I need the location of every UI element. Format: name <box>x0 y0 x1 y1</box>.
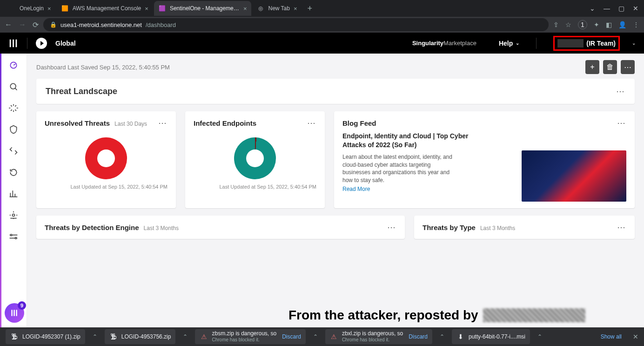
blog-thumbnail <box>522 150 626 202</box>
card-menu-icon[interactable]: ⋯ <box>307 118 316 128</box>
svg-rect-9 <box>13 310 15 316</box>
profile-icon[interactable]: 👤 <box>618 21 626 28</box>
sidebar-applications-icon[interactable] <box>8 146 19 156</box>
kebab-icon[interactable]: ⋮ <box>633 21 639 28</box>
assistant-fab[interactable]: 9 <box>5 303 24 323</box>
chevron-up-icon[interactable]: ⌃ <box>437 333 447 340</box>
close-icon[interactable]: × <box>243 5 247 12</box>
panel-menu-icon[interactable]: ⋯ <box>616 86 625 96</box>
threat-landscape-panel: Threat Landscape ⋯ <box>36 79 635 104</box>
scope-expand-button[interactable] <box>36 38 47 49</box>
extension-badge[interactable]: 1 <box>578 20 587 29</box>
sidebar-settings-icon[interactable] <box>8 231 19 242</box>
chevron-up-icon[interactable]: ⌃ <box>310 333 321 340</box>
svg-point-4 <box>10 83 16 89</box>
read-more-link[interactable]: Read More <box>342 186 370 192</box>
lock-icon: 🔒 <box>50 21 57 28</box>
sidebar-visibility-icon[interactable] <box>8 81 19 92</box>
caption-overlay: From the attacker, reposted by <box>288 308 637 323</box>
card-title: Unresolved Threats <box>45 119 110 127</box>
card-title: Threats by Type <box>423 224 476 231</box>
more-button[interactable]: ⋯ <box>621 60 635 74</box>
discard-button[interactable]: Discard <box>282 333 301 340</box>
help-menu[interactable]: Help⌄ <box>499 40 519 47</box>
close-icon[interactable]: × <box>294 5 297 12</box>
discard-button[interactable]: Discard <box>409 333 428 340</box>
browser-tab[interactable]: ◎ New Tab × <box>252 1 302 16</box>
sidebar-incidents-icon[interactable] <box>8 124 19 135</box>
donut-chart-red <box>85 137 127 179</box>
warning-icon: ⚠ <box>330 332 338 341</box>
download-warning-item[interactable]: ⚠ zbxl.zip is dangerous, soChrome has bl… <box>325 329 432 344</box>
card-title: Infected Endpoints <box>194 119 256 127</box>
close-window-icon[interactable]: ✕ <box>633 5 638 12</box>
app-header: Global SingularityMarketplace Help⌄ (IR … <box>0 33 644 54</box>
redacted-username <box>557 39 584 47</box>
minimize-icon[interactable]: — <box>604 5 610 12</box>
download-item[interactable]: 🗜 LOGID-4953756.zip <box>105 329 176 344</box>
tab-title: AWS Management Console <box>73 5 141 12</box>
chevron-down-icon[interactable]: ⌄ <box>590 5 595 12</box>
fab-badge: 9 <box>18 301 26 310</box>
download-warning-item[interactable]: ⚠ zbsm.zip is dangerous, soChrome has bl… <box>195 329 305 344</box>
card-menu-icon[interactable]: ⋯ <box>617 118 626 128</box>
delete-button[interactable]: 🗑 <box>603 60 617 74</box>
close-icon[interactable]: × <box>145 5 148 12</box>
card-menu-icon[interactable]: ⋯ <box>617 222 626 232</box>
address-bar[interactable]: 🔒 usea1-metroid.sentinelone.net/dashboar… <box>43 18 549 31</box>
scope-breadcrumb[interactable]: Global <box>55 40 76 47</box>
sidepanel-icon[interactable]: ◧ <box>606 21 612 28</box>
download-item[interactable]: ⬇ putty-64bit-0.77-i....msi <box>452 329 530 344</box>
download-name: zbxl.zip is dangerous, so <box>342 330 403 337</box>
unresolved-threats-card: Unresolved Threats Last 30 Days ⋯ Last U… <box>36 111 176 208</box>
sidebar-sentinels-icon[interactable] <box>8 103 19 113</box>
sidebar-dashboard-icon[interactable] <box>8 60 19 70</box>
back-icon[interactable]: ← <box>5 20 12 29</box>
add-widget-button[interactable]: + <box>585 60 599 74</box>
download-item[interactable]: 🗜 LOGID-4952307 (1).zip <box>6 329 85 344</box>
card-updated: Last Updated at Sep 15, 2022, 5:40:54 PM <box>45 184 168 190</box>
extensions-icon[interactable]: ✦ <box>594 21 599 28</box>
download-sub: Chrome has blocked it. <box>212 337 259 342</box>
close-icon[interactable]: × <box>47 5 51 12</box>
card-menu-icon[interactable]: ⋯ <box>158 118 168 128</box>
download-sub: Chrome has blocked it. <box>342 337 389 342</box>
browser-tab-active[interactable]: 🟪 SentinelOne - Management Con × <box>154 1 252 16</box>
sidebar-automation-icon[interactable] <box>8 210 19 220</box>
reload-icon[interactable]: ⟳ <box>33 20 39 29</box>
svg-rect-0 <box>10 39 11 47</box>
close-downloads-icon[interactable]: ✕ <box>633 333 638 340</box>
show-all-downloads[interactable]: Show all <box>601 333 622 340</box>
url-path: /dashboard <box>146 21 176 28</box>
browser-toolbar: ← → ⟳ 🔒 usea1-metroid.sentinelone.net/da… <box>0 17 644 33</box>
chevron-up-icon[interactable]: ⌃ <box>90 333 100 340</box>
card-menu-icon[interactable]: ⋯ <box>387 222 396 232</box>
download-name: LOGID-4952307 (1).zip <box>22 333 80 340</box>
sidebar-activity-icon[interactable] <box>8 167 19 177</box>
threats-by-detection-card: Threats by Detection Engine Last 3 Month… <box>36 216 405 239</box>
chevron-up-icon[interactable]: ⌃ <box>535 333 545 340</box>
chevron-down-icon[interactable]: ⌄ <box>632 41 636 46</box>
star-icon[interactable]: ☆ <box>565 21 571 28</box>
threats-by-type-card: Threats by Type Last 3 Months ⋯ <box>414 216 635 239</box>
forward-icon[interactable]: → <box>19 20 26 29</box>
chevron-down-icon: ⌄ <box>516 41 519 46</box>
share-icon[interactable]: ⇪ <box>553 21 559 28</box>
favicon-icon <box>8 5 16 12</box>
chevron-up-icon[interactable]: ⌃ <box>180 333 190 340</box>
sidebar-reports-icon[interactable] <box>8 189 19 199</box>
browser-tab[interactable]: OneLogin × <box>4 1 56 16</box>
url-host: usea1-metroid.sentinelone.net <box>60 21 142 28</box>
svg-point-6 <box>10 234 12 236</box>
favicon-icon: ◎ <box>257 5 264 12</box>
new-tab-button[interactable]: + <box>303 4 317 14</box>
marketplace-link[interactable]: SingularityMarketplace <box>412 40 476 47</box>
account-menu-highlighted[interactable]: (IR Team) <box>553 36 620 51</box>
browser-tab[interactable]: 🟧 AWS Management Console × <box>57 1 153 16</box>
card-subtitle: Last 3 Months <box>480 225 515 231</box>
tab-title: New Tab <box>268 5 289 12</box>
infected-endpoints-card: Infected Endpoints ⋯ Last Updated at Sep… <box>185 111 325 208</box>
tab-title: OneLogin <box>20 5 44 12</box>
maximize-icon[interactable]: ▢ <box>618 5 624 12</box>
dashboard-saved-label: Dashboard Last Saved Sep 15, 2022, 5:40:… <box>36 64 170 71</box>
